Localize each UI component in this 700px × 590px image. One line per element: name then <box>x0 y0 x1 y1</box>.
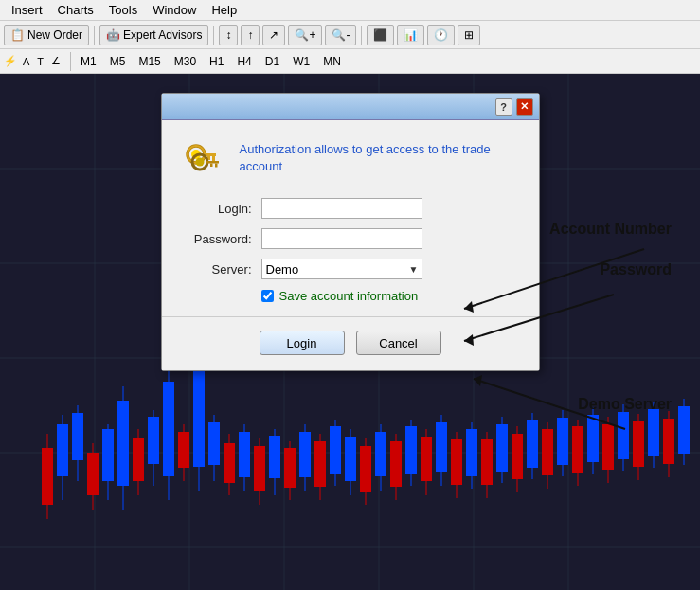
dialog-buttons-row: Login Cancel <box>181 331 520 361</box>
expert-advisors-icon: 🤖 <box>106 28 120 42</box>
toolbar-btn-2[interactable]: ↑ <box>241 25 260 45</box>
toolbar-btn-3[interactable]: ↗ <box>262 25 285 45</box>
server-label: Server: <box>181 262 252 277</box>
clock-button[interactable]: 🕐 <box>427 25 455 45</box>
login-label: Login: <box>181 202 252 216</box>
line-icon: A <box>23 56 29 67</box>
timeframe-m30[interactable]: M30 <box>169 53 202 70</box>
timeframe-w1[interactable]: W1 <box>287 53 315 70</box>
timeframe-m1[interactable]: M1 <box>75 53 102 70</box>
login-button[interactable]: Login <box>260 331 345 355</box>
toolbar-btn-4[interactable]: ⬛ <box>367 25 394 45</box>
zoom-out-button[interactable]: 🔍- <box>325 25 356 45</box>
timeframe-d1[interactable]: D1 <box>260 53 285 70</box>
expert-advisors-button[interactable]: 🤖 Expert Advisors <box>99 25 208 45</box>
timeframe-label: ⚡ <box>4 55 17 67</box>
save-account-row: Save account information <box>261 289 520 303</box>
svg-point-105 <box>195 158 204 167</box>
dialog-title-buttons: ? ✕ <box>495 98 533 116</box>
password-row: Password: <box>181 228 520 249</box>
keys-icon <box>181 135 226 181</box>
dialog-close-button[interactable]: ✕ <box>516 98 533 116</box>
dialog-overlay: ? ✕ <box>0 74 700 590</box>
login-input[interactable] <box>261 198 422 219</box>
server-select-container: Demo Real ▼ <box>261 259 422 279</box>
new-order-icon: 📋 <box>10 28 25 42</box>
cancel-button[interactable]: Cancel <box>356 331 441 355</box>
timeframe-m5[interactable]: M5 <box>104 53 132 70</box>
tf-separator <box>70 52 71 71</box>
menu-help[interactable]: Help <box>204 1 244 19</box>
angle-icon: ∠ <box>51 55 61 67</box>
dialog-header: Authorization allows to get access to th… <box>181 135 520 181</box>
menubar: Insert Charts Tools Window Help <box>0 0 700 21</box>
new-order-label: New Order <box>27 28 82 42</box>
timeframe-h4[interactable]: H4 <box>231 53 257 70</box>
menu-charts[interactable]: Charts <box>50 1 101 19</box>
toolbar-btn-5[interactable]: 📊 <box>397 25 424 45</box>
grid-button[interactable]: ⊞ <box>458 25 480 45</box>
dialog-separator <box>162 316 539 317</box>
login-dialog: ? ✕ <box>161 93 540 371</box>
password-input[interactable] <box>261 228 422 249</box>
save-account-checkbox[interactable] <box>261 290 274 302</box>
menu-tools[interactable]: Tools <box>101 1 145 19</box>
dialog-titlebar: ? ✕ <box>162 94 539 120</box>
dialog-description: Authorization allows to get access to th… <box>240 141 520 175</box>
menu-insert[interactable]: Insert <box>4 1 50 19</box>
expert-advisors-label: Expert Advisors <box>123 28 202 42</box>
server-select[interactable]: Demo Real <box>261 259 422 279</box>
toolbar-btn-1[interactable]: ↕ <box>219 25 238 45</box>
svg-rect-108 <box>210 164 213 168</box>
toolbar-separator2 <box>213 26 214 45</box>
dialog-help-button[interactable]: ? <box>495 98 512 116</box>
toolbar1: 📋 New Order 🤖 Expert Advisors ↕ ↑ ↗ 🔍+ 🔍… <box>0 21 700 49</box>
password-label: Password: <box>181 232 252 246</box>
dialog-body: Authorization allows to get access to th… <box>162 120 539 370</box>
svg-rect-107 <box>215 164 218 168</box>
new-order-button[interactable]: 📋 New Order <box>4 25 89 45</box>
server-row: Server: Demo Real ▼ <box>181 259 520 279</box>
svg-rect-106 <box>206 161 219 164</box>
login-row: Login: <box>181 198 520 219</box>
timeframe-h1[interactable]: H1 <box>204 53 229 70</box>
toolbar-separator3 <box>361 26 362 45</box>
text-icon: T <box>37 56 44 67</box>
toolbar-separator <box>94 26 95 45</box>
svg-rect-102 <box>212 156 215 161</box>
toolbar2-timeframes: ⚡ A T ∠ M1 M5 M15 M30 H1 H4 D1 W1 MN <box>0 49 700 74</box>
zoom-in-button[interactable]: 🔍+ <box>288 25 322 45</box>
save-account-label: Save account information <box>279 289 419 303</box>
timeframe-mn[interactable]: MN <box>317 53 347 70</box>
timeframe-m15[interactable]: M15 <box>133 53 166 70</box>
menu-window[interactable]: Window <box>145 1 204 19</box>
